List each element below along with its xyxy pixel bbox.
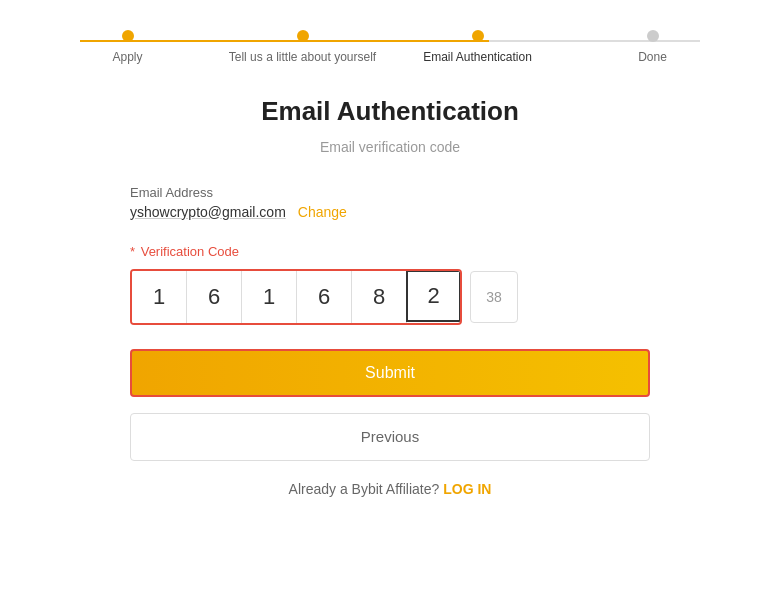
code-timer: 38 — [470, 271, 518, 323]
page-title: Email Authentication — [261, 96, 519, 127]
login-link[interactable]: LOG IN — [443, 481, 491, 497]
affiliate-text: Already a Bybit Affiliate? — [289, 481, 440, 497]
code-input-group — [130, 269, 462, 325]
step-done: Done — [565, 30, 740, 66]
step-about: Tell us a little about yourself — [215, 30, 390, 66]
email-value: yshowcrypto@gmail.com — [130, 204, 286, 220]
verification-label: * Verification Code — [130, 244, 650, 259]
affiliate-section: Already a Bybit Affiliate? LOG IN — [289, 481, 492, 497]
main-content: Email Authentication Email verification … — [110, 86, 670, 507]
code-input-3[interactable] — [242, 271, 297, 323]
code-input-6[interactable] — [406, 270, 461, 322]
email-row: yshowcrypto@gmail.com Change — [130, 204, 650, 220]
code-input-1[interactable] — [132, 271, 187, 323]
step-label-done: Done — [638, 50, 667, 66]
step-dot-email-auth — [472, 30, 484, 42]
code-input-2[interactable] — [187, 271, 242, 323]
email-label: Email Address — [130, 185, 650, 200]
step-label-about: Tell us a little about yourself — [229, 50, 376, 66]
required-asterisk: * — [130, 244, 135, 259]
previous-button[interactable]: Previous — [130, 413, 650, 461]
step-dot-done — [647, 30, 659, 42]
step-label-email-auth: Email Authentication — [423, 50, 532, 66]
code-input-5[interactable] — [352, 271, 407, 323]
step-label-apply: Apply — [112, 50, 142, 66]
verification-section: * Verification Code 38 — [130, 244, 650, 325]
progress-bar: Apply Tell us a little about yourself Em… — [0, 0, 780, 86]
change-email-button[interactable]: Change — [298, 204, 347, 220]
page-subtitle: Email verification code — [320, 139, 460, 155]
step-dot-about — [297, 30, 309, 42]
step-dot-apply — [122, 30, 134, 42]
submit-button[interactable]: Submit — [130, 349, 650, 397]
code-inputs-wrapper: 38 — [130, 269, 650, 325]
email-section: Email Address yshowcrypto@gmail.com Chan… — [130, 185, 650, 220]
step-email-auth: Email Authentication — [390, 30, 565, 66]
code-input-4[interactable] — [297, 271, 352, 323]
step-apply: Apply — [40, 30, 215, 66]
